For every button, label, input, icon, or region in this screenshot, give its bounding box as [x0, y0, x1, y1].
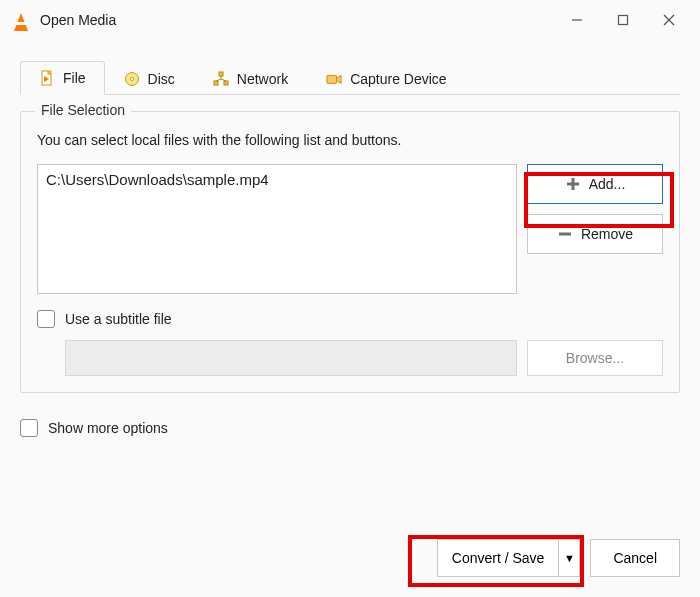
plus-icon: [565, 176, 581, 192]
subtitle-path-input: [65, 340, 517, 376]
tab-label: File: [63, 70, 86, 86]
file-selection-legend: File Selection: [35, 102, 131, 118]
convert-save-button[interactable]: Convert / Save: [437, 539, 559, 577]
subtitle-checkbox-label: Use a subtitle file: [65, 311, 172, 327]
cancel-button[interactable]: Cancel: [590, 539, 680, 577]
tabs-container: File Disc Network Capture Device: [0, 60, 700, 95]
file-selection-desc: You can select local files with the foll…: [37, 132, 663, 148]
window-controls: [554, 5, 692, 35]
more-options-label: Show more options: [48, 420, 168, 436]
convert-save-label: Convert / Save: [452, 550, 545, 566]
window-title: Open Media: [40, 12, 554, 28]
svg-rect-17: [567, 183, 579, 186]
svg-rect-9: [214, 81, 218, 85]
file-selection-group: File Selection You can select local file…: [20, 111, 680, 393]
file-buttons: Add... Remove: [527, 164, 663, 294]
subtitle-row: Use a subtitle file: [37, 310, 663, 328]
subtitle-browse-row: Browse...: [37, 340, 663, 376]
svg-rect-18: [559, 233, 571, 236]
minimize-icon: [571, 14, 583, 26]
add-button[interactable]: Add...: [527, 164, 663, 204]
add-button-label: Add...: [589, 176, 626, 192]
cancel-label: Cancel: [613, 550, 657, 566]
tab-capture-device[interactable]: Capture Device: [307, 61, 466, 95]
svg-rect-1: [619, 16, 628, 25]
tabs: File Disc Network Capture Device: [20, 60, 680, 95]
file-row: C:\Users\Downloads\sample.mp4 Add... Rem…: [37, 164, 663, 294]
convert-save-split-button: Convert / Save ▼: [437, 539, 581, 577]
tab-file[interactable]: File: [20, 61, 105, 95]
svg-rect-8: [219, 72, 223, 76]
svg-point-7: [130, 77, 133, 80]
chevron-down-icon: ▼: [564, 552, 575, 564]
subtitle-checkbox[interactable]: [37, 310, 55, 328]
svg-rect-14: [327, 75, 337, 83]
maximize-button[interactable]: [600, 5, 646, 35]
tab-network[interactable]: Network: [194, 61, 307, 95]
tab-label: Capture Device: [350, 71, 447, 87]
svg-marker-15: [337, 75, 341, 83]
convert-save-dropdown[interactable]: ▼: [558, 539, 580, 577]
svg-rect-10: [224, 81, 228, 85]
file-icon: [39, 70, 55, 86]
more-options-checkbox[interactable]: [20, 419, 38, 437]
tab-label: Disc: [148, 71, 175, 87]
tab-label: Network: [237, 71, 288, 87]
vlc-cone-icon: [12, 9, 30, 31]
footer: Convert / Save ▼ Cancel: [437, 539, 680, 577]
capture-device-icon: [326, 71, 342, 87]
close-icon: [663, 14, 675, 26]
remove-button[interactable]: Remove: [527, 214, 663, 254]
file-list[interactable]: C:\Users\Downloads\sample.mp4: [37, 164, 517, 294]
file-list-item[interactable]: C:\Users\Downloads\sample.mp4: [46, 171, 508, 188]
browse-button-label: Browse...: [566, 350, 624, 366]
minimize-button[interactable]: [554, 5, 600, 35]
disc-icon: [124, 71, 140, 87]
maximize-icon: [617, 14, 629, 26]
network-icon: [213, 71, 229, 87]
browse-button: Browse...: [527, 340, 663, 376]
tab-disc[interactable]: Disc: [105, 61, 194, 95]
minus-icon: [557, 226, 573, 242]
more-options-row: Show more options: [0, 419, 700, 437]
close-button[interactable]: [646, 5, 692, 35]
titlebar: Open Media: [0, 0, 700, 40]
remove-button-label: Remove: [581, 226, 633, 242]
